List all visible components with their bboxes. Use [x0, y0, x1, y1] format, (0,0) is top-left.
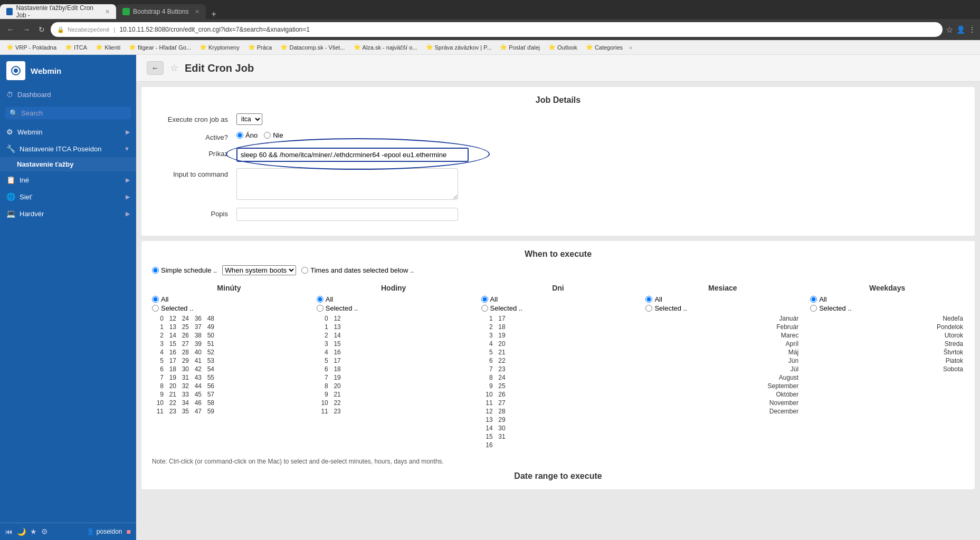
time-number[interactable]: 10 — [152, 399, 165, 407]
time-number[interactable]: 17 — [165, 356, 177, 365]
time-number[interactable]: 3 — [481, 331, 494, 340]
bookmark-klienti[interactable]: ⭐Klienti — [93, 43, 122, 52]
time-number[interactable]: 2 — [481, 323, 494, 331]
time-number[interactable]: 28 — [177, 348, 190, 356]
time-number[interactable]: 8 — [481, 373, 494, 382]
time-number[interactable]: 58 — [203, 399, 215, 407]
time-number[interactable]: 59 — [203, 407, 215, 416]
time-number[interactable]: Piatok — [810, 356, 964, 365]
bookmark-alza[interactable]: ⭐Alza.sk - najväčší o... — [351, 43, 420, 52]
sidebar-item-nastavenie-itca[interactable]: 🔧 Nastavenie ITCA Poseidon ▼ — [0, 140, 136, 157]
time-number[interactable]: 39 — [190, 340, 203, 348]
time-number[interactable]: 0 — [317, 314, 329, 323]
time-number[interactable]: 22 — [329, 399, 342, 407]
time-number[interactable]: 4 — [481, 340, 494, 348]
time-number[interactable]: 9 — [317, 390, 329, 399]
footer-user[interactable]: 👤 poseidon — [87, 528, 122, 535]
time-number[interactable]: 50 — [203, 331, 215, 340]
time-number[interactable]: 42 — [190, 365, 203, 373]
mesiace-all[interactable]: All — [645, 295, 800, 303]
time-number[interactable]: 29 — [494, 416, 507, 424]
time-number[interactable]: 54 — [203, 365, 215, 373]
time-number[interactable]: 49 — [203, 323, 215, 331]
time-number[interactable]: 2 — [152, 331, 165, 340]
tab-2[interactable]: Bootstrap 4 Buttons ✕ — [116, 4, 206, 19]
time-number[interactable]: 31 — [177, 373, 190, 382]
sidebar-item-hardver[interactable]: 💻 Hardvér ▶ — [0, 205, 136, 222]
time-number[interactable]: 48 — [203, 314, 215, 323]
time-number[interactable]: 34 — [177, 399, 190, 407]
star-bookmark-icon[interactable]: ☆ — [946, 25, 953, 35]
time-number[interactable]: 18 — [329, 365, 342, 373]
reload-button[interactable]: ↻ — [36, 24, 47, 35]
bookmark-vrp[interactable]: ⭐VRP - Pokladna — [4, 43, 59, 52]
time-number[interactable]: 21 — [494, 348, 507, 356]
active-nie-option[interactable]: Nie — [264, 131, 283, 139]
time-number[interactable]: 5 — [317, 356, 329, 365]
minuty-selected-radio[interactable] — [152, 305, 159, 312]
time-number[interactable]: 10 — [317, 399, 329, 407]
weekdays-all-radio[interactable] — [810, 296, 817, 303]
time-number[interactable]: 5 — [152, 356, 165, 365]
time-number[interactable]: 16 — [165, 348, 177, 356]
bookmark-praca[interactable]: ⭐Práca — [246, 43, 274, 52]
times-dates-radio[interactable] — [301, 267, 308, 274]
time-number[interactable]: 10 — [481, 390, 494, 399]
time-number[interactable]: 36 — [190, 314, 203, 323]
time-number[interactable]: 24 — [494, 373, 507, 382]
time-number[interactable]: Sobota — [810, 365, 964, 373]
dni-selected[interactable]: Selected .. — [481, 304, 635, 312]
new-tab-button[interactable]: + — [206, 9, 221, 19]
time-number[interactable]: 2 — [317, 331, 329, 340]
time-number[interactable]: 3 — [317, 340, 329, 348]
time-number[interactable]: 26 — [177, 331, 190, 340]
time-number[interactable]: 25 — [177, 323, 190, 331]
time-number[interactable]: 27 — [177, 340, 190, 348]
time-number[interactable]: Máj — [645, 348, 800, 356]
time-number[interactable]: 5 — [481, 348, 494, 356]
bookmarks-more[interactable]: » — [629, 44, 632, 51]
time-number[interactable]: Júl — [645, 365, 800, 373]
time-number[interactable]: 29 — [177, 356, 190, 365]
schedule-dropdown[interactable]: When system bootsEvery minuteEvery hourE… — [222, 265, 296, 275]
time-number[interactable]: 12 — [165, 314, 177, 323]
mesiace-selected[interactable]: Selected .. — [645, 304, 800, 312]
back-nav-button[interactable]: ← — [4, 24, 17, 35]
time-number[interactable]: 52 — [203, 348, 215, 356]
tab-1[interactable]: Nastavenie ťažby/Edit Cron Job - ✕ — [0, 4, 116, 19]
time-number[interactable]: 6 — [317, 365, 329, 373]
bookmark-sprava[interactable]: ⭐Správa záväzkov | P... — [424, 43, 494, 52]
hodiny-all[interactable]: All — [317, 295, 471, 303]
time-number[interactable]: 18 — [494, 323, 507, 331]
time-number[interactable]: 30 — [177, 365, 190, 373]
time-number[interactable]: 56 — [203, 382, 215, 390]
time-number[interactable]: 38 — [190, 331, 203, 340]
time-number[interactable]: 26 — [494, 390, 507, 399]
time-number[interactable]: 8 — [317, 382, 329, 390]
tab-2-close[interactable]: ✕ — [195, 8, 199, 15]
time-number[interactable]: Apríl — [645, 340, 800, 348]
time-number[interactable]: 13 — [165, 323, 177, 331]
time-number[interactable]: 16 — [329, 348, 342, 356]
profile-icon[interactable]: 👤 — [956, 25, 965, 34]
time-number[interactable]: August — [645, 373, 800, 382]
time-number[interactable]: 43 — [190, 373, 203, 382]
time-number[interactable]: 9 — [152, 390, 165, 399]
bookmark-kryptomeny[interactable]: ⭐Kryptomeny — [197, 43, 242, 52]
bookmark-itca[interactable]: ⭐ITCA — [63, 43, 89, 52]
time-number[interactable]: 4 — [317, 348, 329, 356]
active-nie-radio[interactable] — [264, 132, 271, 139]
time-number[interactable]: 1 — [317, 323, 329, 331]
time-number[interactable]: 11 — [152, 407, 165, 416]
time-number[interactable]: 14 — [329, 331, 342, 340]
sidebar-item-webmin[interactable]: ⚙ Webmin ▶ — [0, 123, 136, 140]
time-number[interactable]: 14 — [165, 331, 177, 340]
weekdays-all[interactable]: All — [810, 295, 964, 303]
footer-rewind-icon[interactable]: ⏮ — [5, 527, 13, 536]
time-number[interactable]: 41 — [190, 356, 203, 365]
sidebar-subitem-nastavenie-tazby[interactable]: Nastavenie ťažby — [0, 157, 136, 171]
simple-schedule-option[interactable]: Simple schedule .. — [152, 266, 217, 274]
time-number[interactable]: 27 — [494, 399, 507, 407]
footer-gear-icon[interactable]: ⚙ — [41, 527, 48, 536]
back-button[interactable]: ← — [147, 61, 164, 75]
